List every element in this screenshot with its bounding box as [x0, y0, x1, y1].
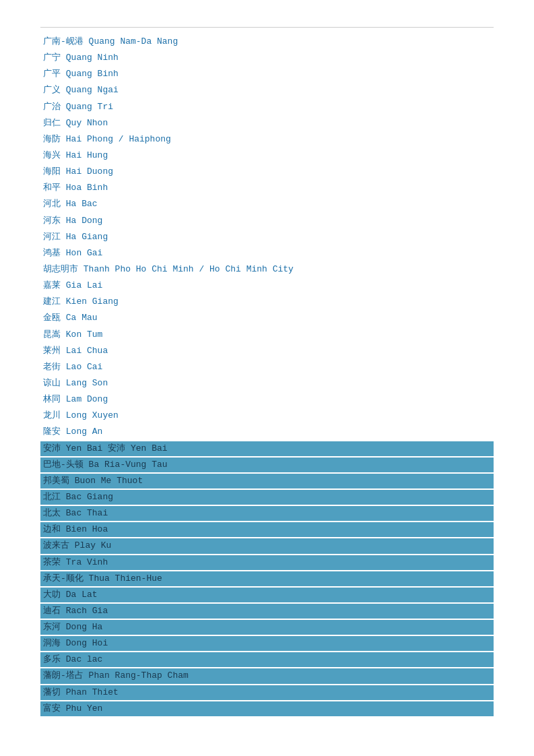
- list-item: 藩切 Phan Thiet: [40, 685, 494, 700]
- list-item: 藩朗-塔占 Phan Rang-Thap Cham: [40, 668, 494, 683]
- list-item: 胡志明市 Thanh Pho Ho Chi Minh / Ho Chi Minh…: [40, 262, 494, 277]
- list-item: 多乐 Dac lac: [40, 652, 494, 667]
- list-item: 波来古 Play Ku: [40, 538, 494, 553]
- list-item: 林同 Lam Dong: [40, 392, 494, 407]
- list-item: 建江 Kien Giang: [40, 294, 494, 309]
- top-divider: [40, 27, 494, 28]
- list-item: 承天-顺化 Thua Thien-Hue: [40, 571, 494, 586]
- list-item: 嘉莱 Gia Lai: [40, 278, 494, 293]
- list-item: 归仁 Quy Nhon: [40, 116, 494, 131]
- list-item: 海兴 Hai Hung: [40, 148, 494, 163]
- list-item: 迪石 Rach Gia: [40, 604, 494, 619]
- list-item: 安沛 Yen Bai 安沛 Yen Bai: [40, 441, 494, 456]
- list-item: 广治 Quang Tri: [40, 100, 494, 115]
- list-item: 鸿基 Hon Gai: [40, 246, 494, 261]
- list-item: 海防 Hai Phong / Haiphong: [40, 132, 494, 147]
- list-item: 北太 Bac Thai: [40, 506, 494, 521]
- list-item: 东河 Dong Ha: [40, 620, 494, 635]
- list-item: 金瓯 Ca Mau: [40, 311, 494, 325]
- list-item: 广宁 Quang Ninh: [40, 51, 494, 65]
- list-item: 莱州 Lai Chua: [40, 344, 494, 358]
- list-item: 北江 Bac Giang: [40, 490, 494, 505]
- list-item: 谅山 Lang Son: [40, 376, 494, 391]
- list-item: 河北 Ha Bac: [40, 197, 494, 212]
- list-item: 茶荣 Tra Vinh: [40, 555, 494, 570]
- list-item: 龙川 Long Xuyen: [40, 408, 494, 423]
- list-item: 邦美蜀 Buon Me Thuot: [40, 474, 494, 489]
- list-item: 广平 Quang Binh: [40, 67, 494, 82]
- list-item: 边和 Bien Hoa: [40, 522, 494, 537]
- list-item: 大叻 Da Lat: [40, 588, 494, 602]
- list-item: 广南-岘港 Quang Nam-Da Nang: [40, 34, 494, 49]
- list-item: 海阳 Hai Duong: [40, 164, 494, 179]
- list-item: 昆嵩 Kon Tum: [40, 327, 494, 342]
- list-item: 和平 Hoa Binh: [40, 181, 494, 195]
- list-item: 河江 Ha Giang: [40, 230, 494, 245]
- list-item: 洞海 Dong Hoi: [40, 636, 494, 651]
- list-item: 隆安 Long An: [40, 424, 494, 439]
- location-list: 广南-岘港 Quang Nam-Da Nang广宁 Quang Ninh广平 Q…: [40, 34, 494, 716]
- list-item: 巴地-头顿 Ba Ria-Vung Tau: [40, 458, 494, 472]
- list-item: 老街 Lao Cai: [40, 360, 494, 375]
- list-item: 富安 Phu Yen: [40, 701, 494, 716]
- list-item: 河东 Ha Dong: [40, 214, 494, 228]
- list-item: 广义 Quang Ngai: [40, 83, 494, 98]
